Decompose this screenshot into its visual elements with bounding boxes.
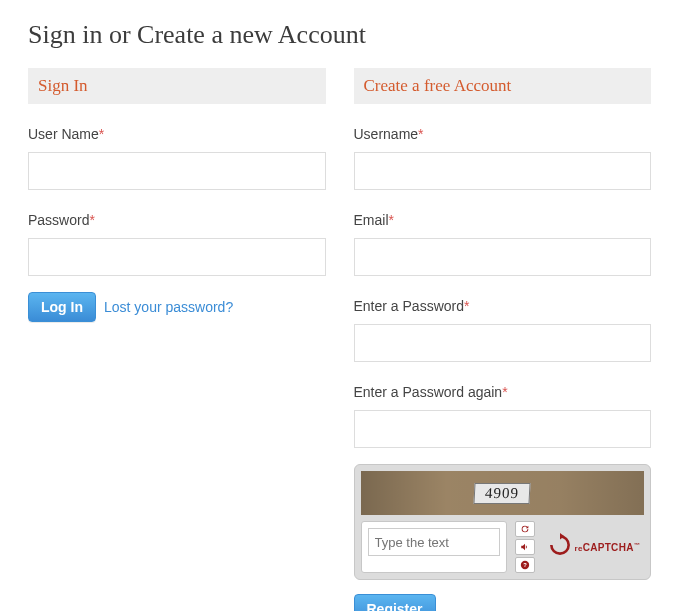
label-text: Username: [354, 126, 419, 142]
signin-password-label: Password*: [28, 212, 326, 228]
required-marker: *: [418, 126, 423, 142]
captcha-audio-button[interactable]: [515, 539, 535, 555]
signin-column: Sign In User Name* Password* Log In Lost…: [28, 68, 326, 611]
login-button[interactable]: Log In: [28, 292, 96, 322]
label-text: Email: [354, 212, 389, 228]
required-marker: *: [99, 126, 104, 142]
recaptcha-brand-text: reCAPTCHA™: [575, 542, 640, 553]
label-text: Password: [28, 212, 89, 228]
recaptcha-swirl-icon: [547, 532, 573, 562]
signin-actions: Log In Lost your password?: [28, 292, 326, 322]
captcha-challenge-text: 4909: [474, 483, 531, 504]
register-password-label: Enter a Password*: [354, 298, 652, 314]
captcha-buttons: ?: [515, 521, 535, 573]
captcha-input-wrap: [361, 521, 507, 573]
page-title: Sign in or Create a new Account: [28, 20, 651, 50]
register-password2-label: Enter a Password again*: [354, 384, 652, 400]
register-password-input[interactable]: [354, 324, 652, 362]
lost-password-link[interactable]: Lost your password?: [104, 299, 233, 315]
register-username-label: Username*: [354, 126, 652, 142]
label-text: User Name: [28, 126, 99, 142]
register-column: Create a free Account Username* Email* E…: [354, 68, 652, 611]
captcha-help-button[interactable]: ?: [515, 557, 535, 573]
captcha-response-input[interactable]: [368, 528, 500, 556]
required-marker: *: [89, 212, 94, 228]
signin-username-input[interactable]: [28, 152, 326, 190]
label-text: Enter a Password again: [354, 384, 503, 400]
captcha-reload-button[interactable]: [515, 521, 535, 537]
audio-icon: [520, 538, 530, 556]
register-button[interactable]: Register: [354, 594, 436, 611]
refresh-icon: [520, 520, 530, 538]
register-email-label: Email*: [354, 212, 652, 228]
svg-text:?: ?: [523, 562, 527, 568]
required-marker: *: [502, 384, 507, 400]
required-marker: *: [464, 298, 469, 314]
help-icon: ?: [520, 556, 530, 574]
register-header: Create a free Account: [354, 68, 652, 104]
recaptcha-logo: reCAPTCHA™: [543, 521, 644, 573]
signin-username-label: User Name*: [28, 126, 326, 142]
register-email-input[interactable]: [354, 238, 652, 276]
register-password2-input[interactable]: [354, 410, 652, 448]
register-username-input[interactable]: [354, 152, 652, 190]
signin-password-input[interactable]: [28, 238, 326, 276]
captcha-controls-row: ? reCAPTCHA™: [361, 521, 645, 573]
required-marker: *: [389, 212, 394, 228]
columns: Sign In User Name* Password* Log In Lost…: [28, 68, 651, 611]
recaptcha-widget: 4909: [354, 464, 652, 580]
label-text: Enter a Password: [354, 298, 465, 314]
signin-header: Sign In: [28, 68, 326, 104]
captcha-challenge-image: 4909: [361, 471, 645, 515]
